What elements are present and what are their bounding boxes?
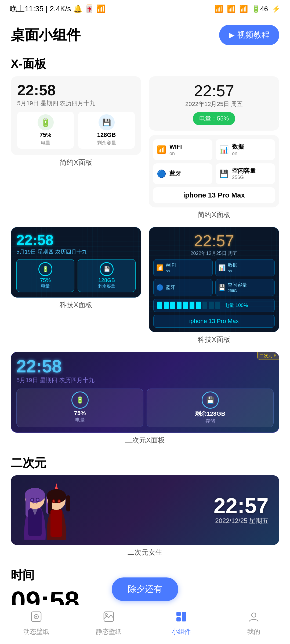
simple-left-date: 5月19日 星期四 农历四月十九 xyxy=(17,99,135,107)
float-button[interactable]: 除夕还有 xyxy=(112,577,178,601)
tech-bt-icon: 🔵 xyxy=(156,284,164,291)
section-xpanel: X-面板 xyxy=(0,51,290,76)
wifi-cell: 📶 WIFI on xyxy=(153,139,212,160)
battery-pct: 75% xyxy=(39,131,51,138)
info-grid-widget: 📶 WIFI on 📊 数据 on 🔵 蓝牙 💾 xyxy=(149,135,279,207)
anime-storage-icon: 💾 xyxy=(202,391,219,409)
nav-widget[interactable]: 小组件 xyxy=(157,611,205,636)
simple-widget-right-col[interactable]: 22:57 2022年12月25日 周五 电量：55% 📶 WIFI on 📊 … xyxy=(149,76,279,222)
tech-left-date: 5月19日 星期四 农历四月十九 xyxy=(16,248,136,255)
section-anime: 二次元 xyxy=(0,450,290,475)
bluetooth-icon: 📶 xyxy=(215,5,223,13)
anime-girl-time: 22:57 xyxy=(213,495,269,517)
anime-battery-box: 🔋 75% 电量 xyxy=(16,389,143,427)
svg-point-26 xyxy=(105,613,107,616)
wifi-icon: 📶 xyxy=(157,145,166,154)
tech-batt-pct: 电量 100% xyxy=(224,302,248,309)
wifi-status-icon: 📶 xyxy=(239,5,248,13)
tech-right-date: 2022年12月25日 周五 xyxy=(153,250,275,257)
storage-cell: 💾 空闲容量 256G xyxy=(216,163,275,184)
header: 桌面小组件 ▶ 视频教程 xyxy=(0,17,290,51)
bar-7 xyxy=(196,302,201,309)
bar-9 xyxy=(209,302,214,309)
bar-10 xyxy=(215,302,220,309)
bar-4 xyxy=(177,302,182,309)
tech-wifi-cell: 📶 WIFI on xyxy=(153,259,213,276)
tech-widget-right[interactable]: 22:57 2022年12月25日 周五 📶 WIFI on 📊 数据 on 🔵 xyxy=(149,227,279,346)
anime-storage-box: 💾 剩余128GB 存储 xyxy=(147,389,274,427)
simple-right-battery: 电量：55% xyxy=(193,112,235,125)
anime-widget-single[interactable]: 二次元IP 22:58 5月19日 星期四 农历四月十九 🔋 75% 电量 💾 … xyxy=(0,352,290,450)
svg-rect-28 xyxy=(182,612,186,621)
storage-val: 128GB xyxy=(97,131,116,138)
nav-widget-label: 小组件 xyxy=(172,627,191,636)
status-icons: 📶 📶 📶 🔋46 ⚡ xyxy=(215,5,280,13)
status-bar: 晚上11:35 | 2.4K/s 🔔 🀄 📶 📶 📶 📶 🔋46 ⚡ xyxy=(0,0,290,17)
tech-battery-icon: 🔋 xyxy=(38,262,52,276)
storage-circle-icon: 💾 xyxy=(99,114,115,130)
svg-point-8 xyxy=(37,499,39,501)
sim-icon: 📶 xyxy=(227,5,235,13)
anime-figures xyxy=(16,481,75,540)
tech-right-time-block: 22:57 2022年12月25日 周五 xyxy=(153,232,275,257)
simple-right-label: 简约X面板 xyxy=(149,210,279,219)
bar-8 xyxy=(202,302,207,309)
battery-icon: 🔋46 xyxy=(252,5,268,13)
bar-3 xyxy=(170,302,175,309)
anime-girl-widget[interactable]: 22:57 2022/12/25 星期五 xyxy=(11,475,279,545)
simple-left-label: 简约X面板 xyxy=(11,158,141,167)
anime-girl-section[interactable]: 22:57 2022/12/25 星期五 二次元女生 xyxy=(0,475,290,562)
simple-widget-left[interactable]: 22:58 5月19日 星期四 农历四月十九 🔋 75% 电量 💾 128GB … xyxy=(11,76,141,222)
page-title: 桌面小组件 xyxy=(11,26,81,45)
battery-box: 🔋 75% 电量 xyxy=(17,112,74,149)
simple-left-time: 22:58 xyxy=(17,83,135,98)
svg-rect-21 xyxy=(50,510,62,537)
tech-storage-icon: 💾 xyxy=(100,262,114,276)
nav-dynamic-wallpaper[interactable]: 动态壁纸 xyxy=(12,611,60,636)
nav-static-label: 静态壁纸 xyxy=(96,627,122,636)
svg-point-19 xyxy=(53,500,55,502)
bar-5 xyxy=(183,302,188,309)
storage-box: 💾 128GB 剩余容量 xyxy=(78,112,135,149)
tech-data-cell: 📊 数据 on xyxy=(215,259,275,276)
simple-widget-row: 22:58 5月19日 星期四 农历四月十九 🔋 75% 电量 💾 128GB … xyxy=(0,76,290,227)
tech-right-label: 科技X面板 xyxy=(149,335,279,344)
tech-wifi-icon: 📶 xyxy=(156,264,164,271)
tech-battery-box: 🔋 75% 电量 xyxy=(16,259,74,292)
anime-girl-label: 二次元女生 xyxy=(11,548,279,557)
svg-marker-16 xyxy=(55,483,58,489)
svg-point-30 xyxy=(252,613,256,617)
tech-right-time: 22:57 xyxy=(153,232,275,250)
anime-battery-icon: 🔋 xyxy=(71,391,89,409)
svg-rect-29 xyxy=(176,617,181,621)
tech-bt-cell: 🔵 蓝牙 xyxy=(153,279,213,296)
bar-2 xyxy=(164,302,169,309)
data-cell: 📊 数据 on xyxy=(216,139,275,160)
static-wallpaper-icon xyxy=(103,611,115,625)
nav-mine[interactable]: 我的 xyxy=(230,611,278,636)
anime-time: 22:58 xyxy=(16,357,274,375)
anime-overlay-time: 22:57 2022/12/25 星期五 xyxy=(213,495,269,525)
tech-iphone-cell: iphone 13 Pro Max xyxy=(153,315,275,328)
svg-point-24 xyxy=(35,616,37,617)
anime-girl-bg: 22:57 2022/12/25 星期五 xyxy=(11,475,279,545)
storage-label: 剩余容量 xyxy=(97,140,116,146)
dynamic-wallpaper-icon xyxy=(30,611,42,625)
iphone-cell: iphone 13 Pro Max xyxy=(153,187,275,203)
svg-rect-27 xyxy=(176,612,181,616)
anime-girl-date: 2022/12/25 星期五 xyxy=(213,517,269,525)
simple-right-time: 22:57 xyxy=(154,82,274,100)
tech-storage-cell-icon: 💾 xyxy=(218,284,226,291)
anime-date: 5月19日 星期四 农历四月十九 xyxy=(16,376,274,384)
bt-cell: 🔵 蓝牙 xyxy=(153,163,212,184)
tech-data-icon: 📊 xyxy=(218,264,226,271)
anime-widget-label: 二次元X面板 xyxy=(11,436,279,445)
nav-static-wallpaper[interactable]: 静态壁纸 xyxy=(85,611,133,636)
tech-storage-box: 💾 128GB 剩余容量 xyxy=(78,259,136,292)
data-icon: 📊 xyxy=(219,145,229,154)
video-tutorial-button[interactable]: ▶ 视频教程 xyxy=(219,25,279,45)
mine-icon xyxy=(248,611,260,625)
tech-widget-left[interactable]: 22:58 5月19日 星期四 农历四月十九 🔋 75% 电量 💾 128GB … xyxy=(11,227,141,346)
nav-dynamic-label: 动态壁纸 xyxy=(23,627,49,636)
widget-icon xyxy=(175,611,187,625)
